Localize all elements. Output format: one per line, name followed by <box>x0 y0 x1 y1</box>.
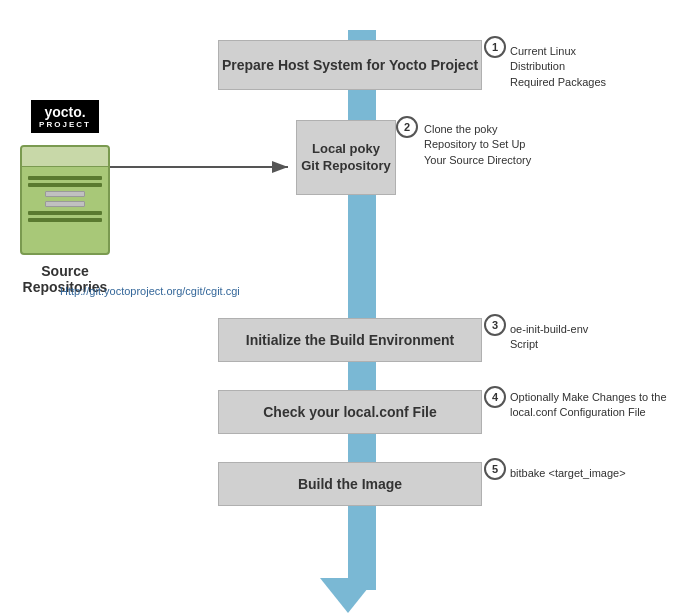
step3-label: Initialize the Build Environment <box>246 332 454 348</box>
arrow-head <box>320 578 376 613</box>
step2-box: Local poky Git Repository <box>296 120 396 195</box>
server-icon <box>20 145 110 255</box>
step4-box: Check your local.conf File <box>218 390 482 434</box>
source-repositories: yocto. PROJECT SourceRepositories <box>20 100 110 295</box>
yocto-logo: yocto. PROJECT <box>31 100 99 133</box>
step3-box: Initialize the Build Environment <box>218 318 482 362</box>
step3-note: oe-init-build-env Script <box>510 322 588 353</box>
step3-number: 3 <box>484 314 506 336</box>
step1-number: 1 <box>484 36 506 58</box>
step1-box: Prepare Host System for Yocto Project <box>218 40 482 90</box>
step4-note: Optionally Make Changes to the local.con… <box>510 390 667 421</box>
url-text: Http://git.yoctoproject.org/cgit/cgit.cg… <box>60 285 240 297</box>
step2-label: Local poky Git Repository <box>301 141 391 175</box>
step5-note: bitbake <target_image> <box>510 466 626 481</box>
vertical-flow-line <box>348 30 376 590</box>
step4-number: 4 <box>484 386 506 408</box>
step5-label: Build the Image <box>298 476 402 492</box>
step2-number: 2 <box>396 116 418 138</box>
step1-label: Prepare Host System for Yocto Project <box>222 57 478 73</box>
step5-box: Build the Image <box>218 462 482 506</box>
step2-note: Clone the poky Repository to Set Up Your… <box>424 122 531 168</box>
step5-number: 5 <box>484 458 506 480</box>
server-to-poky-arrow <box>110 157 300 177</box>
step4-label: Check your local.conf File <box>263 404 437 420</box>
step1-note: Current Linux Distribution Required Pack… <box>510 44 606 90</box>
